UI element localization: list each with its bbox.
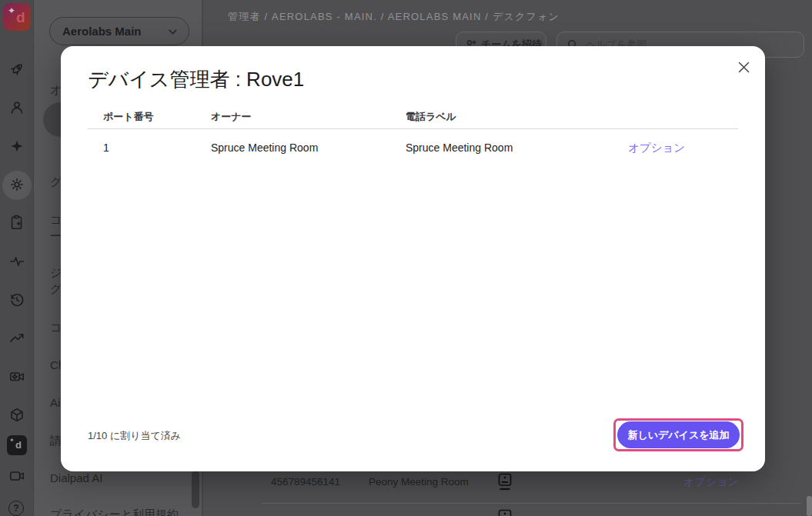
cell-owner: Spruce Meeting Room xyxy=(211,141,318,154)
d-glyph: d xyxy=(16,9,25,26)
table-header-divider xyxy=(88,128,738,129)
dialpad-app-icon[interactable]: ✦ d xyxy=(7,435,27,455)
cell-port: 1 xyxy=(103,141,109,154)
video-settings-icon[interactable] xyxy=(8,368,25,385)
page-scrollbar-thumb[interactable] xyxy=(807,496,812,516)
desk-phone-icon xyxy=(496,473,513,494)
cell-phone-label: Spruce Meeting Room xyxy=(406,141,513,154)
bg-row-divider xyxy=(262,503,801,504)
sparkle-glyph: ✦ xyxy=(8,5,15,16)
modal-title: デバイス管理者 : Rove1 xyxy=(88,66,304,93)
bg-row-owner: Peony Meeting Room xyxy=(369,476,469,488)
help-icon[interactable]: ? xyxy=(8,501,24,516)
sidebar-item[interactable]: 請 xyxy=(50,432,62,448)
workspace-name: Aerolabs Main xyxy=(62,25,142,38)
col-header-owner: オーナー xyxy=(211,110,252,124)
device-admin-modal: デバイス管理者 : Rove1 ポート番号 オーナー 電話ラベル 1 Spruc… xyxy=(61,46,765,471)
sidebar-item[interactable]: Ai xyxy=(50,394,60,411)
col-header-phone-label: 電話ラベル xyxy=(406,110,456,124)
activity-icon[interactable] xyxy=(8,253,25,270)
rocket-icon[interactable] xyxy=(8,61,25,78)
video-icon[interactable] xyxy=(8,468,25,484)
person-icon[interactable] xyxy=(8,99,25,116)
desk-phone-icon xyxy=(496,509,513,516)
chevron-down-icon xyxy=(166,25,179,38)
col-header-port: ポート番号 xyxy=(103,110,154,124)
history-icon[interactable] xyxy=(8,291,25,308)
cube-icon[interactable] xyxy=(8,407,25,424)
action-highlight-box: 新しいデバイスを追加 xyxy=(613,418,743,451)
options-link[interactable]: オプション xyxy=(628,141,685,155)
close-icon[interactable] xyxy=(733,56,754,78)
sidebar-item-privacy-terms[interactable]: プライバシーと利用規約 xyxy=(50,506,179,516)
sparkle-icon[interactable] xyxy=(8,138,25,155)
trending-up-icon[interactable] xyxy=(8,330,25,347)
breadcrumb[interactable]: 管理者 / AEROLABS - MAIN. / AEROLABS MAIN /… xyxy=(228,10,560,24)
dialpad-logo-icon[interactable]: ✦ d xyxy=(3,3,31,31)
d-glyph: d xyxy=(15,439,22,451)
sidebar-scrollbar-thumb[interactable] xyxy=(192,471,199,508)
sidebar-item-dialpad-ai[interactable]: Dialpad AI xyxy=(50,470,102,486)
sparkle-glyph: ✦ xyxy=(9,437,15,444)
bg-options-link[interactable]: オプション xyxy=(683,475,739,489)
assignment-count-note: 1/10 に割り当て済み xyxy=(88,429,181,443)
screen: ✦ d xyxy=(0,0,812,516)
clipboard-ai-icon[interactable] xyxy=(8,215,25,231)
gear-icon[interactable] xyxy=(8,176,25,193)
add-device-button[interactable]: 新しいデバイスを追加 xyxy=(617,421,740,448)
workspace-selector[interactable]: Aerolabs Main xyxy=(49,17,189,45)
bg-row-device-number: 456789456141 xyxy=(271,476,340,488)
icon-rail: ✦ d xyxy=(0,0,34,516)
